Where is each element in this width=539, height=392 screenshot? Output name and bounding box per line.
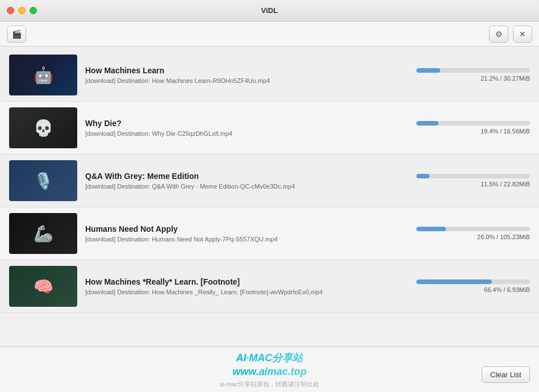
progress-bar-container: [416, 227, 530, 231]
download-item: 💀 Why Die? [download] Destination: Why D…: [0, 102, 539, 155]
thumbnail: 🎙️: [9, 160, 77, 201]
close-icon: ✕: [519, 30, 526, 39]
settings-icon: ⚙: [495, 30, 503, 39]
close-button[interactable]: ✕: [513, 26, 532, 43]
item-progress: 66.4% / 6.93MiB: [416, 280, 530, 293]
progress-bar-fill: [416, 227, 446, 231]
progress-text: 11.5% / 22.82MiB: [416, 181, 530, 187]
clear-list-button[interactable]: Clear List: [482, 366, 530, 383]
item-destination: [download] Destination: Q&A With Grey - …: [85, 183, 408, 190]
thumbnail: 🧠: [9, 266, 77, 307]
add-video-icon: 🎬: [12, 30, 22, 39]
progress-bar-fill: [416, 68, 440, 73]
progress-bar-fill: [416, 280, 492, 284]
thumbnail: 🦾: [9, 213, 77, 254]
item-title: Q&A With Grey: Meme Edition: [85, 172, 408, 181]
progress-bar-fill: [416, 121, 438, 126]
item-info: Why Die? [download] Destination: Why Die…: [85, 119, 408, 137]
thumbnail: 💀: [9, 107, 77, 148]
progress-bar-fill: [416, 174, 429, 178]
thumb-icon: 🧠: [34, 277, 53, 296]
progress-text: 26.0% / 105.23MiB: [416, 233, 530, 240]
item-info: Humans Need Not Apply [download] Destina…: [85, 224, 408, 243]
item-title: How Machines Learn: [85, 66, 408, 75]
download-item: 🎙️ Q&A With Grey: Meme Edition [download…: [0, 155, 539, 207]
progress-text: 66.4% / 6.93MiB: [416, 286, 530, 293]
item-progress: 11.5% / 22.82MiB: [416, 174, 530, 187]
download-item: 🤖 How Machines Learn [download] Destinat…: [0, 49, 539, 102]
item-info: Q&A With Grey: Meme Edition [download] D…: [85, 172, 408, 190]
progress-bar-container: [416, 174, 530, 178]
item-info: How Machines Learn [download] Destinatio…: [85, 66, 408, 84]
watermark-line1: AI·MAC分享站: [236, 351, 303, 365]
item-destination: [download] Destination: How Machines _Re…: [85, 289, 408, 295]
download-list: 🤖 How Machines Learn [download] Destinat…: [0, 47, 539, 347]
toolbar-right: ⚙ ✕: [489, 26, 532, 43]
titlebar: ViDL: [0, 0, 539, 22]
toolbar-left: 🎬: [7, 26, 26, 43]
progress-bar-container: [416, 280, 530, 284]
item-progress: 19.4% / 16.56MiB: [416, 121, 530, 135]
item-title: Why Die?: [85, 119, 408, 128]
download-item: 🦾 Humans Need Not Apply [download] Desti…: [0, 207, 539, 260]
item-title: Humans Need Not Apply: [85, 224, 408, 233]
item-progress: 21.2% / 30.27MiB: [416, 68, 530, 82]
item-destination: [download] Destination: Why Die-C25qzDhG…: [85, 130, 408, 137]
item-destination: [download] Destination: Humans Need Not …: [85, 236, 408, 243]
item-destination: [download] Destination: How Machines Lea…: [85, 77, 408, 84]
progress-bar-container: [416, 68, 530, 73]
progress-bar-container: [416, 121, 530, 126]
thumb-icon: 🤖: [34, 66, 53, 85]
settings-button[interactable]: ⚙: [489, 26, 508, 43]
thumb-icon: 🦾: [34, 224, 53, 243]
thumb-icon: 🎙️: [34, 172, 53, 190]
item-progress: 26.0% / 105.23MiB: [416, 227, 530, 240]
minimize-window-button[interactable]: [18, 7, 26, 14]
window-controls: [7, 7, 37, 14]
thumbnail: 🤖: [9, 55, 77, 95]
thumb-icon: 💀: [34, 119, 53, 137]
progress-text: 19.4% / 16.56MiB: [416, 128, 530, 135]
progress-text: 21.2% / 30.27MiB: [416, 75, 530, 82]
toolbar: 🎬 ⚙ ✕: [0, 22, 539, 47]
watermark-line3: ai-mac分享站原创，转载请注明出处: [219, 380, 319, 389]
add-video-button[interactable]: 🎬: [7, 26, 26, 43]
item-info: How Machines *Really* Learn. [Footnote] …: [85, 277, 408, 295]
maximize-window-button[interactable]: [30, 7, 37, 14]
close-window-button[interactable]: [7, 7, 14, 14]
download-item: 🧠 How Machines *Really* Learn. [Footnote…: [0, 260, 539, 313]
watermark-line2: www.aimac.top: [232, 366, 306, 378]
footer: AI·MAC分享站 www.aimac.top ai-mac分享站原创，转载请注…: [0, 347, 539, 392]
app-title: ViDL: [261, 6, 278, 15]
item-title: How Machines *Really* Learn. [Footnote]: [85, 277, 408, 286]
